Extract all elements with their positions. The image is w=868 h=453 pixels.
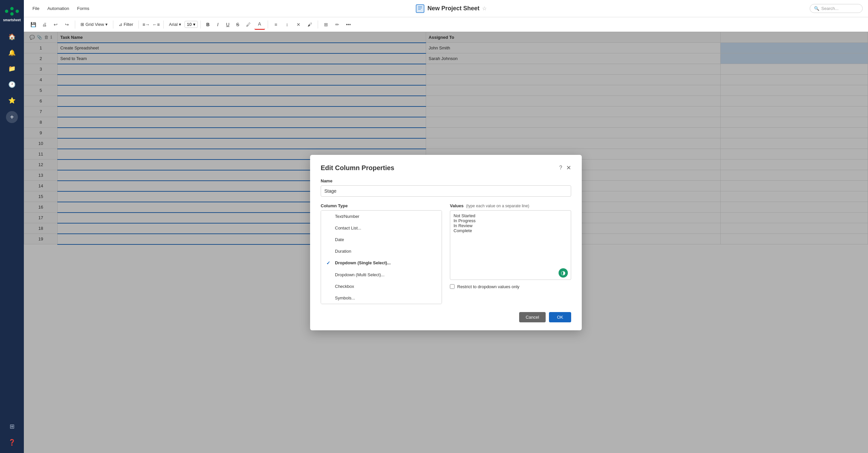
check-icon: ✓ [326,260,332,266]
help-icon[interactable]: ? [559,165,562,171]
column-type-item[interactable]: Duration [321,246,442,257]
more-button[interactable]: ••• [343,19,354,30]
sidebar-home-icon[interactable]: 🏠 [5,30,19,44]
outdent-button[interactable]: ←≡ [151,20,161,29]
restrict-row: Restrict to dropdown values only [450,284,571,289]
font-label: Arial [169,22,178,27]
svg-rect-4 [416,5,424,12]
menu-forms[interactable]: Forms [74,4,93,13]
close-icon[interactable]: ✕ [566,164,571,171]
column-type-label: Text/Number [335,214,360,219]
sidebar-notifications-icon[interactable]: 🔔 [5,46,19,59]
column-type-label: Dropdown (Single Select)... [335,260,391,265]
view-label: Grid View [86,22,104,27]
topbar-menu: File Automation Forms [29,4,93,13]
values-textarea[interactable] [450,210,571,280]
filter-label: Filter [124,22,133,27]
name-input[interactable] [321,186,571,197]
column-type-label: Checkbox [335,284,354,289]
svg-point-3 [10,12,13,16]
cancel-button[interactable]: Cancel [519,312,546,322]
save-button[interactable]: 💾 [28,19,38,30]
sidebar-apps-icon[interactable]: ⊞ [5,420,19,433]
font-chevron-icon: ▾ [179,22,181,27]
column-type-item[interactable]: Checkbox [321,281,442,292]
search-placeholder: Search... [821,6,838,11]
edit-column-dialog: Edit Column Properties ? ✕ Name Column T… [310,155,582,330]
column-type-item[interactable]: Text/Number [321,210,442,222]
line-height-button[interactable]: ↕ [282,19,292,30]
topbar: File Automation Forms New Project Sheet … [24,0,868,17]
svg-point-1 [10,7,13,10]
toolbar-divider-3 [138,21,139,29]
svg-point-2 [16,10,19,13]
dialog-footer: Cancel OK [321,312,571,322]
column-type-label: Duration [335,249,351,254]
dialog-title: Edit Column Properties [321,164,394,172]
indent-button[interactable]: ≡→ [142,20,151,29]
underline-button[interactable]: U [223,20,232,29]
sidebar-browse-icon[interactable]: 📁 [5,62,19,75]
dialog-overlay: Edit Column Properties ? ✕ Name Column T… [24,32,868,453]
column-type-item[interactable]: Symbols... [321,292,442,304]
font-size-dropdown[interactable]: 10 ▾ [185,21,197,28]
sheet-title: New Project Sheet [427,5,479,12]
pen-button[interactable]: ✏ [332,19,343,30]
size-chevron-icon: ▾ [193,22,195,27]
clear-format-button[interactable]: ✕ [293,19,304,30]
toolbar-divider-5 [200,21,201,29]
menu-file[interactable]: File [29,4,43,13]
column-type-item[interactable]: ✓ Dropdown (Single Select)... [321,257,442,269]
align-button[interactable]: ≡ [271,19,281,30]
sidebar-add-button[interactable]: + [6,111,18,123]
column-type-item[interactable]: Contact List... [321,222,442,234]
strikethrough-button[interactable]: S [233,20,243,29]
sidebar-recents-icon[interactable]: 🕐 [5,78,19,91]
restrict-checkbox[interactable] [450,284,455,289]
toolbar-divider-6 [268,21,268,29]
restrict-label: Restrict to dropdown values only [457,284,520,289]
undo-button[interactable]: ↩ [50,19,61,30]
grid-view-dropdown[interactable]: ⊞ Grid View ▾ [78,21,110,28]
sheet-area: 💬 📎 🗑 ℹ Task Name Assigned To 1 Cr [24,32,868,453]
sidebar-favorites-icon[interactable]: ⭐ [5,94,19,107]
toolbar: 💾 🖨 ↩ ↪ ⊞ Grid View ▾ ⊿ Filter ≡→ ←≡ Ari… [24,17,868,32]
column-type-list: Text/Number Contact List... Date Duratio… [321,210,442,304]
sidebar: smartsheet 🏠 🔔 📁 🕐 ⭐ + ⊞ ❓ [0,0,24,453]
menu-automation[interactable]: Automation [44,4,72,13]
dialog-header: Edit Column Properties ? ✕ [321,164,571,172]
font-dropdown[interactable]: Arial ▾ [166,21,184,28]
filter-icon: ⊿ [119,22,122,27]
search-box[interactable]: 🔍 Search... [810,4,863,13]
text-color-button[interactable]: A [254,19,265,30]
toolbar-divider-1 [75,21,75,29]
grid-icon: ⊞ [81,22,84,27]
toolbar-divider-4 [163,21,164,29]
ok-button[interactable]: OK [549,312,571,322]
search-icon: 🔍 [814,6,819,11]
sheet-icon [415,4,425,13]
format-button[interactable]: 🖌 [305,19,315,30]
spinner-icon: ◑ [559,268,568,278]
favorite-icon[interactable]: ☆ [482,5,487,11]
highlight-color-button[interactable]: 🖊 [243,19,254,30]
column-type-item[interactable]: Dropdown (Multi Select)... [321,269,442,281]
app-logo: smartsheet [1,4,23,28]
font-size-value: 10 [187,22,191,27]
bold-button[interactable]: B [204,20,213,29]
column-type-item[interactable]: Date [321,234,442,246]
filter-dropdown[interactable]: ⊿ Filter [116,21,136,28]
sidebar-help-icon[interactable]: ❓ [5,436,19,449]
form-row: Column Type Text/Number Contact List... … [321,203,571,304]
table-button[interactable]: ⊞ [321,19,331,30]
values-label: Values (type each value on a separate li… [450,203,571,208]
italic-button[interactable]: I [213,20,223,29]
column-type-label: Column Type [321,203,442,208]
svg-point-0 [5,10,8,13]
column-type-label: Date [335,237,344,242]
column-type-label: Contact List... [335,226,361,230]
values-container: ◑ [450,210,571,281]
name-label: Name [321,178,571,183]
redo-button[interactable]: ↪ [62,19,72,30]
print-button[interactable]: 🖨 [39,19,50,30]
